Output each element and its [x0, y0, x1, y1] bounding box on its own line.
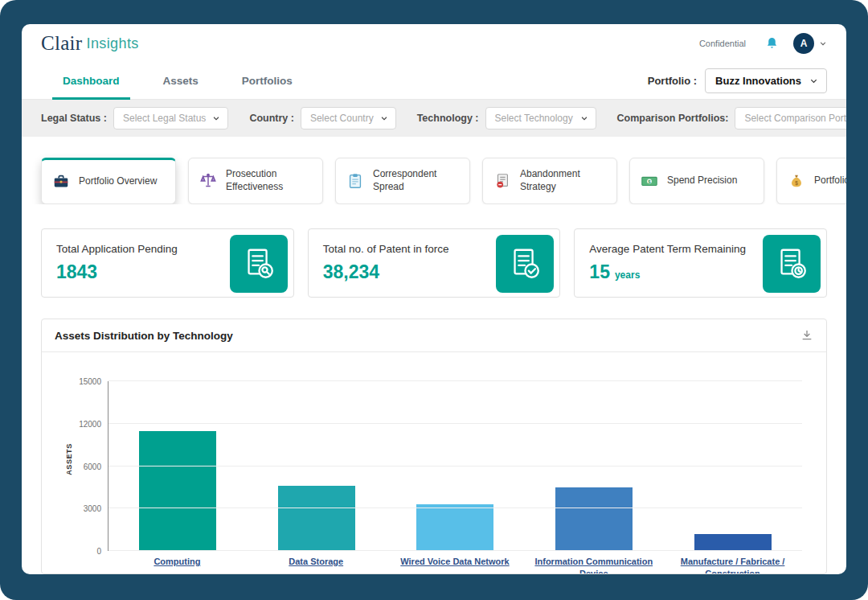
x-label-slot: Information Communication Device [524, 556, 663, 574]
tab-portfolios[interactable]: Portfolios [220, 63, 314, 99]
download-icon[interactable] [800, 329, 813, 342]
svg-text:$: $ [795, 180, 798, 187]
x-axis-label[interactable]: Computing [154, 556, 200, 574]
cash-icon: $ [640, 172, 659, 190]
bar-slot [248, 381, 387, 551]
card-spend-precision[interactable]: $ Spend Precision [629, 158, 764, 204]
feature-title: Prosecution Effectiveness [226, 168, 313, 193]
select-placeholder: Select Comparison Portfolio [744, 113, 846, 124]
portfolio-select[interactable]: Buzz Innovations [705, 68, 827, 93]
legal-status-select[interactable]: Select Legal Status [113, 107, 228, 129]
plot-area: 0300060001200015000 [108, 381, 802, 551]
select-placeholder: Select Legal Status [123, 113, 206, 124]
clipboard-icon [346, 172, 365, 190]
filter-group-country: Country : Select Country [249, 107, 395, 129]
chevron-down-icon [580, 114, 588, 122]
select-placeholder: Select Country [310, 113, 374, 124]
tab-assets[interactable]: Assets [141, 63, 220, 99]
header-right: Confidential A [699, 33, 827, 54]
y-axis-title: ASSETS [65, 443, 73, 475]
logo-primary: Clair [41, 32, 83, 55]
scales-icon [199, 172, 218, 190]
feature-title: Correspondent Spread [373, 168, 460, 193]
gridline [108, 380, 802, 381]
card-prosecution-effectiveness[interactable]: Prosecution Effectiveness [188, 158, 323, 204]
bar-slot [108, 381, 248, 551]
app-header: Clair Insights Confidential A [22, 24, 846, 63]
chart-body: ASSETS 0300060001200015000 ComputingData… [42, 352, 826, 573]
card-abandonment-strategy[interactable]: Abandonment Strategy [482, 158, 617, 204]
document-check-icon [496, 235, 554, 293]
filter-label: Legal Status : [41, 113, 107, 124]
chevron-down-icon [212, 114, 220, 122]
gridline [108, 508, 802, 508]
feature-title: Portfolio Overview [79, 175, 157, 188]
document-search-icon [230, 235, 288, 293]
stat-card-patents-in-force: Total no. of Patent in force 38,234 [308, 228, 561, 298]
feature-title: Portfolio Strength [814, 175, 846, 187]
technology-select[interactable]: Select Technology [485, 107, 596, 129]
filter-group-technology: Technology : Select Technology [417, 107, 596, 129]
x-label-slot: Manufacture / Fabricate / Construction [663, 556, 802, 574]
filter-label: Country : [249, 113, 294, 124]
stats-row: Total Application Pending 1843 Total no.… [22, 204, 846, 298]
y-tick-label: 0 [96, 547, 101, 556]
app-frame: Clair Insights Confidential A Dashboard … [0, 0, 868, 600]
x-axis-label[interactable]: Wired Voice Data Network [400, 556, 509, 574]
x-axis-label[interactable]: Data Storage [289, 556, 343, 574]
bar-slot [386, 381, 525, 551]
stat-card-average-patent-term: Average Patent Term Remaining 15 years [574, 228, 827, 298]
chevron-down-icon[interactable] [819, 39, 827, 47]
avatar[interactable]: A [793, 33, 814, 54]
x-label-slot: Wired Voice Data Network [386, 556, 525, 574]
bar-manufacture-fabricate-construction[interactable] [694, 534, 772, 551]
x-axis-label[interactable]: Manufacture / Fabricate / Construction [665, 556, 801, 574]
tab-dashboard[interactable]: Dashboard [41, 63, 141, 99]
money-bag-icon: $ [787, 172, 806, 190]
stat-value: 1843 [56, 261, 97, 283]
bar-slot [525, 381, 664, 551]
bar-wired-voice-data-network[interactable] [416, 504, 493, 551]
comparison-portfolio-select[interactable]: Select Comparison Portfolio [735, 107, 846, 129]
stat-card-applications-pending: Total Application Pending 1843 [41, 228, 294, 298]
stat-value: 15 [589, 261, 610, 283]
x-labels: ComputingData StorageWired Voice Data Ne… [108, 556, 802, 574]
country-select[interactable]: Select Country [301, 107, 396, 129]
feature-title: Spend Precision [667, 175, 737, 187]
filter-label: Technology : [417, 113, 479, 124]
card-correspondent-spread[interactable]: Correspondent Spread [335, 158, 470, 204]
y-tick-label: 15000 [79, 377, 101, 386]
portfolio-label: Portfolio : [648, 75, 697, 87]
filter-group-legal-status: Legal Status : Select Legal Status [41, 107, 228, 129]
portfolio-select-value: Buzz Innovations [715, 75, 801, 87]
chevron-down-icon [809, 76, 818, 85]
feature-title: Abandonment Strategy [520, 168, 607, 193]
bar-data-storage[interactable] [278, 486, 355, 551]
filter-group-comparison-portfolios: Comparison Portfolios: Select Comparison… [617, 107, 847, 129]
chart-card: Assets Distribution by Technology ASSETS… [41, 318, 827, 574]
portfolio-group: Portfolio : Buzz Innovations [648, 63, 827, 99]
bars [108, 381, 802, 551]
feature-card-row: Portfolio Overview Prosecution Effective… [22, 137, 846, 204]
gridline [108, 466, 802, 466]
bar-information-communication-device[interactable] [555, 487, 633, 551]
briefcase-icon [51, 173, 71, 191]
card-portfolio-overview[interactable]: Portfolio Overview [41, 158, 176, 204]
stat-value: 38,234 [323, 261, 379, 283]
bell-icon[interactable] [765, 36, 779, 51]
x-label-slot: Data Storage [247, 556, 386, 574]
chevron-down-icon [380, 114, 388, 122]
chart-header: Assets Distribution by Technology [42, 319, 826, 352]
nav-row: Dashboard Assets Portfolios Portfolio : … [22, 63, 846, 100]
x-label-slot: Computing [108, 556, 247, 574]
filter-bar: Legal Status : Select Legal Status Count… [22, 100, 846, 137]
bar-computing[interactable] [139, 431, 216, 551]
x-axis-label[interactable]: Information Communication Device [526, 556, 662, 574]
card-portfolio-strength[interactable]: $ Portfolio Strength [776, 158, 846, 204]
filter-label: Comparison Portfolios: [617, 113, 729, 124]
document-clock-icon [763, 235, 821, 293]
confidential-label: Confidential [699, 39, 746, 48]
stat-suffix: years [615, 269, 640, 281]
bar-slot [663, 381, 802, 551]
logo-secondary: Insights [87, 35, 139, 52]
